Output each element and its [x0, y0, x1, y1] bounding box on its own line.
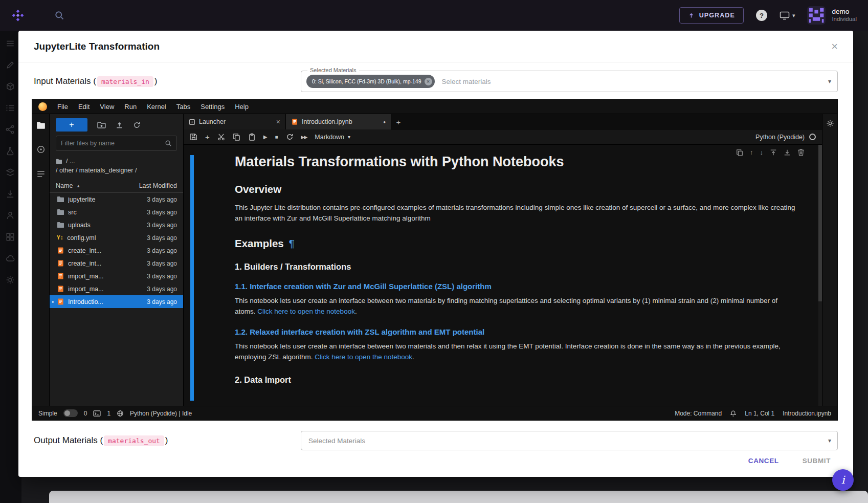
workspace-view-selector[interactable]: ▾ [780, 11, 795, 20]
menu-view[interactable]: View [95, 103, 119, 111]
jupyter-menu-bar: File Edit View Run Kernel Tabs Settings … [32, 100, 837, 114]
cancel-button[interactable]: CANCEL [748, 457, 779, 465]
file-list-header[interactable]: Name ▲ Last Modified [50, 179, 183, 193]
upload-icon[interactable] [116, 121, 123, 129]
kernel-status-text[interactable]: Python (Pyodide) | Idle [130, 410, 192, 417]
dropdown-caret-icon[interactable]: ▾ [828, 78, 831, 85]
tab-close-icon[interactable]: × [276, 118, 280, 126]
markdown-cell[interactable]: Materials Transformations with Python No… [235, 154, 798, 391]
file-row[interactable]: create_int... 3 days ago [50, 244, 183, 257]
input-materials-select[interactable]: Selected Materials 0: Si, Silicon, FCC (… [301, 71, 838, 92]
run-cell-icon[interactable]: ▶ [263, 134, 268, 140]
table-of-contents-tab-icon[interactable] [36, 169, 46, 179]
column-name: Name [56, 182, 73, 189]
menu-file[interactable]: File [52, 103, 73, 111]
cursor-position[interactable]: Ln 1, Col 1 [745, 410, 774, 417]
interrupt-kernel-icon[interactable]: ■ [275, 134, 278, 140]
file-row[interactable]: Y: config.yml 3 days ago [50, 231, 183, 244]
restart-kernel-icon[interactable] [286, 133, 294, 141]
restart-run-all-icon[interactable]: ▶▶ [301, 135, 307, 140]
toggle-knob [64, 410, 70, 416]
menu-edit[interactable]: Edit [73, 103, 95, 111]
kernel-status-icon[interactable] [809, 134, 816, 140]
folder-icon [57, 196, 64, 203]
file-row[interactable]: uploads 3 days ago [50, 218, 183, 231]
anchor-pilcrow[interactable]: ¶ [289, 237, 295, 249]
terminals-count: 0 [84, 410, 87, 417]
examples-heading: Examples¶ [235, 237, 798, 250]
menu-run[interactable]: Run [119, 103, 142, 111]
jupyterlite-logo-icon [38, 102, 47, 111]
save-icon[interactable] [190, 133, 197, 141]
notifications-icon[interactable] [730, 410, 737, 417]
insert-cell-icon[interactable]: + [205, 133, 210, 141]
material-chip[interactable]: 0: Si, Silicon, FCC (Fd-3m) 3D (Bulk), m… [306, 75, 435, 88]
copy-cells-icon[interactable] [233, 133, 240, 141]
globe-icon[interactable] [117, 410, 124, 417]
section-1-heading: 1. Builders / Transformations [235, 262, 798, 272]
overview-paragraph: This Jupyter Lite distribution contains … [235, 203, 798, 224]
notebook-file-icon [57, 298, 64, 305]
menu-help[interactable]: Help [230, 103, 254, 111]
scrollbar-thumb[interactable] [818, 145, 822, 301]
chip-remove-icon[interactable]: × [425, 78, 432, 85]
upgrade-button[interactable]: UPGRADE [679, 7, 744, 24]
output-materials-select[interactable]: Selected Materials ▾ [301, 431, 838, 450]
command-mode-indicator[interactable]: Mode: Command [675, 410, 722, 417]
file-row-selected[interactable]: ● Introductio... 3 days ago [50, 295, 183, 308]
cut-cells-icon[interactable] [217, 133, 225, 141]
menu-tabs[interactable]: Tabs [171, 103, 195, 111]
refresh-icon[interactable] [133, 121, 141, 129]
running-kernels-tab-icon[interactable] [36, 145, 46, 154]
active-cell-indicator[interactable] [190, 155, 194, 401]
menu-settings[interactable]: Settings [195, 103, 230, 111]
user-avatar[interactable] [807, 6, 826, 25]
material-chip-label: 0: Si, Silicon, FCC (Fd-3m) 3D (Bulk), m… [312, 78, 421, 84]
file-row[interactable]: create_int... 3 days ago [50, 257, 183, 270]
notebook-file-icon [57, 272, 64, 280]
materials-out-code: materials_out [104, 435, 164, 446]
help-icon[interactable]: ? [756, 10, 767, 21]
paste-cells-icon[interactable] [248, 133, 256, 141]
cell-type-dropdown[interactable]: Markdown ▾ [315, 134, 350, 141]
submit-button[interactable]: SUBMIT [803, 457, 831, 465]
breadcrumb-root[interactable]: / ... [56, 157, 177, 166]
folder-icon [57, 222, 64, 228]
new-tab-button[interactable]: + [391, 114, 406, 129]
file-browser-tab-icon[interactable] [36, 121, 46, 129]
dropdown-caret-icon[interactable]: ▾ [828, 437, 831, 444]
column-last-modified: Last Modified [139, 182, 177, 189]
new-folder-icon[interactable] [97, 121, 106, 129]
close-icon[interactable]: × [831, 41, 838, 52]
file-row[interactable]: import_ma... 3 days ago [50, 270, 183, 282]
open-notebook-link[interactable]: Click here to open the notebook [315, 353, 412, 361]
search-icon[interactable] [54, 10, 64, 20]
breadcrumb-path[interactable]: / other / materials_designer / [56, 166, 177, 175]
tab-introduction-ipynb[interactable]: Introduction.ipynb ● [286, 114, 391, 129]
unsaved-changes-dot[interactable]: ● [383, 120, 386, 124]
running-kernel-dot: ● [52, 300, 54, 303]
tab-launcher[interactable]: Launcher × [184, 114, 286, 129]
property-inspector-gear-icon[interactable] [826, 119, 834, 406]
new-launcher-button[interactable]: + [56, 118, 87, 132]
delete-cell-icon[interactable] [797, 148, 805, 156]
notebook-scrollbar[interactable] [818, 145, 822, 406]
notebook-toolbar: + ▶ ■ ▶▶ [184, 129, 822, 145]
output-materials-row: Output Materials (materials_out) Selecte… [18, 431, 853, 450]
terminal-icon[interactable] [93, 410, 101, 417]
item-1-2-heading[interactable]: 1.2. Relaxed interface creation with ZSL… [235, 327, 798, 336]
file-row[interactable]: import_ma... 3 days ago [50, 282, 183, 295]
file-row[interactable]: jupyterlite 3 days ago [50, 193, 183, 206]
menu-kernel[interactable]: Kernel [142, 103, 171, 111]
notebook-file-icon [291, 118, 298, 125]
simple-mode-toggle[interactable] [63, 409, 78, 417]
file-list: jupyterlite 3 days ago src 3 days ago up… [50, 193, 183, 406]
file-row[interactable]: src 3 days ago [50, 206, 183, 218]
filter-files-input[interactable] [61, 140, 165, 147]
dialog-header: JupyterLite Transformation × [18, 31, 853, 62]
app-logo-icon[interactable] [11, 9, 25, 22]
item-1-1-heading[interactable]: 1.1. Interface creation with Zur and McG… [235, 282, 798, 291]
info-fab[interactable]: i [832, 469, 854, 491]
user-name: demo [832, 8, 857, 16]
open-notebook-link[interactable]: Click here to open the notebook [257, 308, 355, 315]
